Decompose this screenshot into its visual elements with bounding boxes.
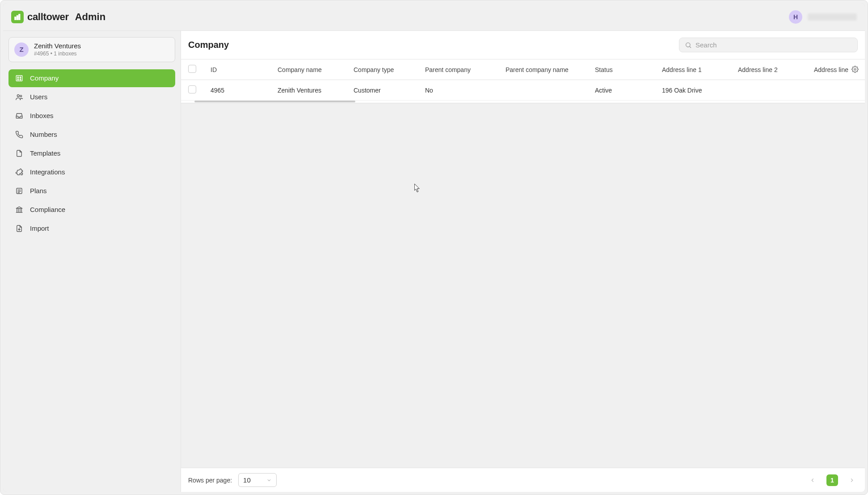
user-avatar-initial: H bbox=[793, 13, 798, 21]
cell-address-line-3 bbox=[807, 80, 865, 101]
rows-per-page-label: Rows per page: bbox=[188, 477, 232, 484]
next-page-button[interactable] bbox=[846, 474, 858, 486]
table-row[interactable]: 4965Zenith VenturesCustomerNoActive196 O… bbox=[181, 80, 865, 101]
search-box[interactable] bbox=[679, 38, 858, 52]
sidebar-item-label: Company bbox=[30, 74, 59, 82]
svg-rect-7 bbox=[20, 79, 21, 80]
svg-rect-4 bbox=[17, 77, 18, 78]
user-name-redacted bbox=[808, 13, 857, 21]
rows-per-page: Rows per page: 10 bbox=[188, 473, 277, 487]
cell-address-line-1: 196 Oak Drive bbox=[655, 80, 731, 101]
org-avatar: Z bbox=[14, 42, 29, 57]
users-icon bbox=[15, 93, 24, 101]
main: Company bbox=[181, 31, 865, 492]
svg-point-21 bbox=[686, 42, 690, 47]
sidebar-item-label: Compliance bbox=[30, 206, 65, 213]
column-header[interactable]: Address line 2 bbox=[731, 59, 807, 80]
org-subline: #4965 • 1 inboxes bbox=[34, 51, 81, 57]
user-avatar[interactable]: H bbox=[789, 10, 802, 24]
cell-company-type: Customer bbox=[346, 80, 418, 101]
cell-parent-company-name bbox=[498, 80, 588, 101]
main-header: Company bbox=[181, 31, 865, 59]
inbox-icon bbox=[15, 112, 24, 120]
cell-id: 4965 bbox=[203, 80, 270, 101]
sidebar-item-label: Templates bbox=[30, 149, 60, 157]
sidebar-item-integrations[interactable]: Integrations bbox=[8, 163, 175, 181]
prev-page-button[interactable] bbox=[807, 474, 818, 486]
app-inner: calltower Admin H Z Zenith Ventures #496… bbox=[3, 3, 865, 492]
sidebar-item-users[interactable]: Users bbox=[8, 88, 175, 106]
file-icon bbox=[15, 149, 24, 157]
column-header[interactable]: ID bbox=[203, 59, 270, 80]
search-icon bbox=[685, 42, 692, 49]
svg-point-8 bbox=[17, 94, 19, 97]
column-header[interactable]: Parent company bbox=[418, 59, 498, 80]
cell-status: Active bbox=[588, 80, 655, 101]
sidebar-item-plans[interactable]: Plans bbox=[8, 182, 175, 200]
rows-per-page-select[interactable]: 10 bbox=[238, 473, 277, 487]
sidebar: Z Zenith Ventures #4965 • 1 inboxes Comp… bbox=[3, 31, 181, 492]
cell-parent-company: No bbox=[418, 80, 498, 101]
sidebar-item-compliance[interactable]: Compliance bbox=[8, 201, 175, 219]
cell-address-line-2 bbox=[731, 80, 807, 101]
org-avatar-initial: Z bbox=[19, 46, 23, 53]
org-name: Zenith Ventures bbox=[34, 42, 81, 51]
select-all-checkbox[interactable] bbox=[188, 65, 196, 73]
svg-rect-0 bbox=[15, 17, 16, 20]
svg-rect-5 bbox=[20, 77, 21, 78]
column-header[interactable]: Status bbox=[588, 59, 655, 80]
section-label: Admin bbox=[75, 11, 105, 23]
cell-company-name: Zenith Ventures bbox=[270, 80, 346, 101]
svg-marker-14 bbox=[16, 207, 22, 208]
svg-rect-1 bbox=[17, 16, 18, 20]
company-icon bbox=[15, 74, 24, 82]
body: Z Zenith Ventures #4965 • 1 inboxes Comp… bbox=[3, 31, 865, 492]
svg-point-9 bbox=[20, 95, 22, 97]
search-input[interactable] bbox=[695, 41, 852, 49]
row-checkbox[interactable] bbox=[188, 85, 196, 93]
org-card[interactable]: Z Zenith Ventures #4965 • 1 inboxes bbox=[8, 37, 175, 62]
sidebar-item-label: Import bbox=[30, 224, 49, 232]
column-header[interactable]: Company name bbox=[270, 59, 346, 80]
svg-point-23 bbox=[854, 68, 856, 70]
sidebar-item-label: Plans bbox=[30, 187, 47, 195]
pagination: 1 bbox=[807, 474, 858, 486]
sidebar-item-company[interactable]: Company bbox=[8, 69, 175, 87]
chevron-down-icon bbox=[266, 478, 272, 483]
sidebar-item-label: Numbers bbox=[30, 131, 57, 138]
cursor-icon bbox=[414, 184, 421, 193]
svg-rect-2 bbox=[19, 14, 20, 20]
sidebar-item-label: Users bbox=[30, 93, 47, 101]
scrollbar-thumb[interactable] bbox=[194, 101, 355, 102]
list-icon bbox=[15, 187, 24, 195]
sidebar-item-import[interactable]: Import bbox=[8, 220, 175, 237]
phone-icon bbox=[15, 131, 24, 139]
brand-logo-icon bbox=[11, 11, 24, 23]
table-settings-button[interactable] bbox=[850, 64, 860, 75]
sidebar-nav: CompanyUsersInboxesNumbersTemplatesInteg… bbox=[8, 69, 175, 237]
svg-rect-6 bbox=[17, 79, 18, 80]
company-table: IDCompany nameCompany typeParent company… bbox=[181, 59, 865, 101]
column-header[interactable]: Address line 1 bbox=[655, 59, 731, 80]
sidebar-item-numbers[interactable]: Numbers bbox=[8, 126, 175, 144]
bank-icon bbox=[15, 206, 24, 214]
svg-rect-3 bbox=[16, 76, 22, 81]
rows-per-page-value: 10 bbox=[243, 476, 251, 484]
sidebar-item-templates[interactable]: Templates bbox=[8, 144, 175, 162]
page-number-current[interactable]: 1 bbox=[826, 474, 838, 486]
table-scroll[interactable]: IDCompany nameCompany typeParent company… bbox=[181, 59, 865, 101]
topbar: calltower Admin H bbox=[3, 3, 865, 31]
page-title: Company bbox=[188, 40, 229, 50]
import-icon bbox=[15, 224, 24, 233]
empty-area bbox=[181, 103, 865, 468]
app-frame: calltower Admin H Z Zenith Ventures #496… bbox=[0, 0, 868, 495]
footer: Rows per page: 10 1 bbox=[181, 468, 865, 492]
column-header[interactable]: Parent company name bbox=[498, 59, 588, 80]
puzzle-icon bbox=[15, 168, 24, 176]
column-header[interactable]: Company type bbox=[346, 59, 418, 80]
svg-line-22 bbox=[690, 47, 691, 48]
brand[interactable]: calltower bbox=[11, 11, 69, 23]
sidebar-item-inboxes[interactable]: Inboxes bbox=[8, 107, 175, 125]
org-meta: Zenith Ventures #4965 • 1 inboxes bbox=[34, 42, 81, 57]
brand-name: calltower bbox=[27, 11, 69, 23]
